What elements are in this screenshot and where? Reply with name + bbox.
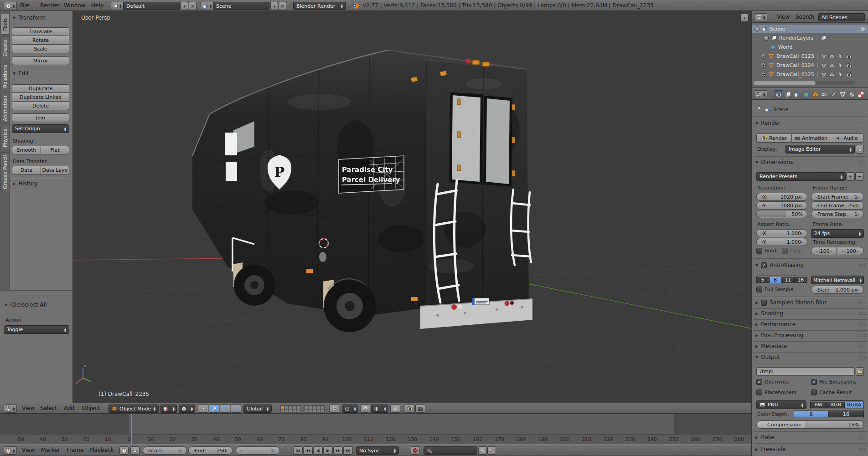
outliner-row-renderlayers[interactable]: + RenderLayers |	[752, 34, 868, 42]
rotate-button[interactable]: Rotate	[12, 36, 69, 45]
context-object-tab[interactable]	[811, 90, 820, 98]
start-frame-field[interactable]: ◂Start Frame:1▸	[811, 193, 864, 201]
editor-type-properties-button[interactable]: ▲▼	[754, 90, 767, 98]
color-depth-8[interactable]: 8	[794, 411, 829, 417]
aa-samples-8[interactable]: 8	[770, 277, 782, 283]
duplicate-button[interactable]: Duplicate	[12, 84, 69, 93]
join-button[interactable]: Join	[12, 113, 69, 122]
screen-layout-icon-button[interactable]: ▲▼	[111, 2, 124, 10]
resolution-y-field[interactable]: ◂Y:1080 px▸	[756, 201, 807, 210]
editor-type-timeline-button[interactable]: ▲▼	[4, 446, 17, 455]
menu-window[interactable]: Window	[64, 0, 85, 10]
menu-select[interactable]: Select	[40, 403, 57, 413]
timeline-editor[interactable]: -50-40-30-20-100102030405060708090100110…	[0, 414, 751, 444]
frame-rate-select[interactable]: 24 fps ▲▼	[811, 229, 864, 238]
panel-header-output[interactable]: ▼Output∷∷	[755, 354, 865, 360]
scale-manipulator-button[interactable]	[231, 405, 241, 413]
set-origin-select[interactable]: Set Origin ▲▼	[12, 124, 69, 133]
outliner-row-scene[interactable]: − Scene	[752, 25, 868, 33]
eye-icon[interactable]	[829, 62, 835, 69]
manipulator-toggle-button[interactable]	[198, 405, 208, 413]
panel-header-history[interactable]: ▶History	[13, 180, 38, 187]
aspect-x-field[interactable]: ◂X:1.000▸	[756, 229, 807, 237]
camera-render-icon[interactable]	[846, 53, 852, 60]
panel-header-performance[interactable]: ▶Performance∷∷	[755, 321, 865, 328]
opengl-render-anim-button[interactable]	[415, 405, 425, 413]
editor-type-3dview-button[interactable]: ▲▼	[4, 405, 17, 413]
tab-physics[interactable]: Physics	[0, 126, 10, 150]
overwrite-row[interactable]: ✓ Overwrite	[756, 379, 789, 385]
menu-outliner-search[interactable]: Search	[796, 11, 814, 22]
current-frame-field[interactable]: ◂ 1▸	[236, 446, 280, 455]
color-mode-rgb[interactable]: RGB	[827, 402, 845, 408]
time-remap-new-field[interactable]: ◂:100▸	[837, 247, 864, 255]
cursor-select-icon[interactable]	[837, 62, 843, 68]
motion-blur-checkbox[interactable]	[761, 300, 767, 306]
border-checkbox-row[interactable]: Bord	[756, 248, 776, 254]
menu-outliner-view[interactable]: View	[777, 11, 790, 22]
menu-tl-marker[interactable]: Marker	[41, 445, 60, 456]
context-modifiers-tab[interactable]	[829, 90, 838, 98]
preview-range-clock-button[interactable]	[119, 446, 129, 455]
camera-render-icon[interactable]	[846, 72, 852, 78]
panel-header-shading[interactable]: ▶Shading∷∷	[755, 310, 865, 317]
output-path-field[interactable]: /tmp\	[756, 367, 855, 376]
panel-header-dimensions[interactable]: ▼Dimensions∷∷	[755, 159, 865, 165]
aa-samples-11[interactable]: 11	[782, 277, 795, 283]
overwrite-checkbox[interactable]: ✓	[756, 379, 762, 385]
menu-tl-view[interactable]: View	[22, 445, 35, 456]
delete-keyframe-button[interactable]	[487, 446, 496, 455]
snap-target-button[interactable]	[390, 405, 400, 413]
crop-checkbox-row[interactable]: Crop	[782, 248, 802, 254]
end-frame-field[interactable]: ◂End: 250▸	[188, 446, 232, 455]
insert-keyframe-button[interactable]	[478, 446, 487, 455]
border-checkbox[interactable]	[756, 248, 762, 254]
snap-element-select[interactable]: ▲▼	[371, 405, 388, 413]
prev-keyframe-button[interactable]	[303, 446, 313, 455]
translate-button[interactable]: Translate	[12, 27, 69, 36]
outliner-display-filter-select[interactable]: All Scenes	[818, 13, 865, 21]
jump-to-start-button[interactable]	[293, 446, 303, 455]
render-presets-select[interactable]: Render Presets ▲▼	[756, 172, 846, 181]
jump-to-end-button[interactable]	[343, 446, 353, 455]
animation-button[interactable]: Animation	[792, 133, 830, 143]
translate-manipulator-button[interactable]	[209, 405, 219, 413]
outliner-row-drawcall-0125[interactable]: + DrawCall_0125 |	[752, 70, 868, 79]
aa-size-field[interactable]: ◂Size:1.000 px▸	[811, 286, 864, 294]
placeholders-checkbox[interactable]	[756, 389, 762, 395]
eye-icon[interactable]	[829, 53, 835, 60]
tab-tools[interactable]: Tools	[0, 14, 10, 35]
color-mode-rgba[interactable]: RGBA	[845, 402, 863, 408]
aa-filter-select[interactable]: Mitchell-Netravali ▲▼	[811, 276, 864, 284]
lock-to-scene-button[interactable]	[329, 405, 339, 413]
tab-grease-pencil[interactable]: Grease Pencil	[0, 152, 10, 192]
end-frame-field[interactable]: ◂End Frame:250▸	[811, 201, 864, 210]
panel-header-render[interactable]: ▼Render∷∷	[755, 120, 865, 126]
start-frame-field[interactable]: ◂Start: 1▸	[143, 446, 187, 455]
add-preset-button[interactable]: ＋	[846, 172, 855, 181]
panel-header-motion-blur[interactable]: ▶ Sampled Motion Blur∷∷	[755, 299, 865, 306]
collapse-icon[interactable]: −	[754, 26, 760, 31]
delete-button[interactable]: Delete	[12, 102, 69, 110]
menu-add[interactable]: Add	[64, 403, 74, 413]
expand-icon[interactable]: +	[761, 63, 766, 68]
scene-icon-button[interactable]: ▲▼	[201, 2, 214, 10]
mode-select[interactable]: Object Mode ▲▼	[108, 405, 159, 413]
audio-button[interactable]: Audio	[830, 133, 864, 143]
aa-samples-5[interactable]: 5	[757, 277, 770, 283]
outliner-hscrollbar[interactable]	[754, 81, 854, 85]
file-format-select[interactable]: PNG ▲▼	[756, 400, 806, 409]
timeline-playhead[interactable]	[131, 414, 132, 445]
data-button[interactable]: Data	[12, 166, 41, 174]
expand-icon[interactable]: +	[764, 36, 769, 41]
timeline-ruler[interactable]: -50-40-30-20-100102030405060708090100110…	[0, 434, 751, 445]
editor-type-outliner-button[interactable]: ▲▼	[754, 13, 767, 21]
panel-header-freestyle[interactable]: ▶Freestyle∷∷	[755, 446, 865, 452]
layers-widget[interactable]	[280, 405, 325, 413]
context-texture-tab[interactable]	[857, 90, 865, 98]
action-select[interactable]: Toggle ▲▼	[4, 325, 69, 334]
display-select[interactable]: Image Editor ▲▼	[785, 145, 855, 154]
context-data-tab[interactable]	[838, 90, 847, 98]
cache-result-checkbox[interactable]	[811, 389, 817, 395]
3d-viewport[interactable]: P Paradise City Parcel Delivery	[73, 11, 751, 403]
